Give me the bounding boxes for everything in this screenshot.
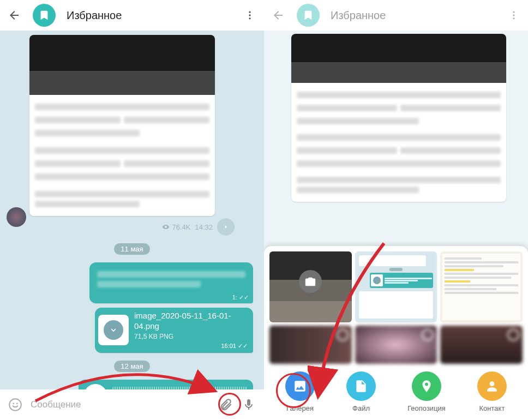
date-separator: 12 мая [114,361,149,372]
attach-contact-label: Контакт [479,404,505,412]
message-text [29,95,215,216]
contact-icon [477,371,507,401]
location-icon [412,371,441,401]
emoji-button[interactable] [8,397,23,412]
attach-file-label: Файл [352,404,370,412]
chat-header: Избранное [0,0,264,31]
file-time: 16:01 [221,343,236,349]
chat-avatar[interactable] [297,4,320,27]
svg-point-5 [16,403,18,405]
share-button[interactable] [217,218,235,236]
attach-gallery-label: Галерея [286,404,314,412]
play-button[interactable] [84,384,107,390]
svg-point-6 [513,11,514,13]
gallery-thumbnail[interactable] [440,326,523,364]
date-separator: 11 мая [114,243,149,255]
download-icon[interactable] [104,320,123,340]
outgoing-voice-message[interactable]: 00:09 06:14 ✓✓ [79,380,253,390]
message-image [291,34,506,83]
attach-gallery-button[interactable]: Галерея [285,371,315,412]
back-button[interactable] [271,8,286,23]
svg-point-2 [249,17,250,19]
message-image [29,35,215,95]
select-circle[interactable] [507,329,519,341]
file-thumbnail [98,315,129,345]
chat-header: Избранное [264,0,528,31]
chat-title[interactable]: Избранное [331,9,495,22]
attach-location-label: Геопозиция [407,404,446,412]
attach-contact-button[interactable]: Контакт [477,371,507,412]
outgoing-text-message[interactable]: 1: ✓✓ [89,262,253,303]
chat-avatar[interactable] [33,4,56,27]
attachment-sheet: Галерея Файл Геопозиция [264,246,528,420]
svg-point-8 [513,17,514,19]
chat-body[interactable]: 76.4K 14:32 11 мая 1: ✓✓ [0,31,264,389]
svg-point-0 [249,11,250,13]
sender-avatar[interactable] [7,207,26,227]
attach-file-button[interactable]: Файл [346,371,376,412]
gallery-icon [285,371,315,401]
message-input[interactable]: Сообщение [31,399,211,410]
more-menu-button[interactable] [242,8,257,23]
select-circle[interactable] [422,329,434,341]
gallery-thumbnail[interactable] [269,326,352,364]
svg-point-3 [9,399,21,411]
incoming-message[interactable] [29,35,215,216]
svg-point-7 [513,14,514,16]
file-icon [346,371,376,401]
gallery-grid [269,251,523,364]
select-circle[interactable] [337,329,349,341]
incoming-message[interactable] [291,34,506,202]
file-size: 71,5 KB PNG [134,333,250,340]
gallery-thumbnail[interactable] [355,326,437,364]
outgoing-time: 1: [232,294,237,301]
more-menu-button[interactable] [506,8,521,23]
back-button[interactable] [7,8,22,23]
gallery-thumbnail[interactable] [355,251,437,322]
camera-icon [299,270,322,293]
voice-record-button[interactable] [241,397,256,412]
chat-body[interactable]: Галерея Файл Геопозиция [264,31,528,420]
outgoing-file-message[interactable]: image_2020-05-11_16-01-04.png 71,5 KB PN… [95,308,253,353]
message-time: 14:32 [195,223,213,231]
message-input-bar: Сообщение [0,389,264,420]
svg-point-1 [249,14,250,16]
gallery-thumbnail[interactable] [440,251,523,322]
attach-button[interactable] [218,397,233,412]
message-views: 76.4K [162,223,190,231]
attach-location-button[interactable]: Геопозиция [407,371,446,412]
camera-tile[interactable] [269,251,352,322]
svg-point-4 [13,403,14,405]
chat-title[interactable]: Избранное [67,9,231,22]
file-name: image_2020-05-11_16-01-04.png [134,311,250,332]
